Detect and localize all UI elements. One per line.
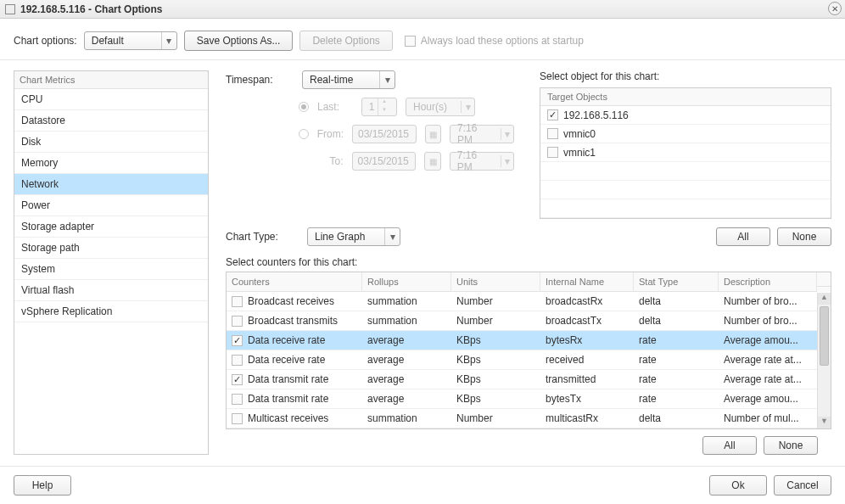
checkbox-icon[interactable] [232, 355, 243, 366]
checkbox-icon[interactable] [232, 316, 243, 327]
counter-rollup: average [362, 350, 451, 370]
counters-none-button[interactable]: None [764, 436, 818, 455]
counter-units: Number [451, 409, 540, 428]
counter-internal: received [540, 350, 634, 370]
checkbox-icon[interactable] [232, 413, 243, 424]
metric-item-memory[interactable]: Memory [14, 153, 208, 174]
counter-internal: transmitted [540, 370, 634, 389]
col-internal[interactable]: Internal Name [540, 272, 634, 292]
target-objects-header: Target Objects [540, 88, 831, 106]
metric-item-virtual-flash[interactable]: Virtual flash [14, 280, 208, 301]
scroll-up-icon[interactable]: ▲ [818, 293, 831, 305]
cancel-button[interactable]: Cancel [774, 475, 831, 496]
counter-row[interactable]: Data receive rateaverageKBpsreceivedrate… [227, 350, 831, 370]
counter-stat: rate [634, 370, 719, 389]
counter-name: Multicast receives [248, 412, 328, 424]
always-load-checkbox[interactable]: Always load these options at startup [405, 35, 584, 47]
counter-stat: rate [634, 350, 719, 370]
chart-options-label: Chart options: [14, 35, 77, 47]
chart-type-select[interactable]: Line Graph ▾ [307, 227, 400, 246]
empty-row [540, 199, 831, 218]
chart-options-select[interactable]: Default ▾ [84, 31, 177, 50]
chart-metrics-header: Chart Metrics [14, 71, 208, 89]
counter-units: KBps [451, 350, 540, 370]
counter-internal: bytesRx [540, 331, 634, 350]
col-rollups[interactable]: Rollups [362, 272, 451, 292]
options-toolbar: Chart options: Default ▾ Save Options As… [0, 19, 845, 60]
checkbox-icon[interactable] [232, 394, 243, 405]
ok-button[interactable]: Ok [709, 475, 767, 496]
empty-row [540, 181, 831, 199]
counter-row[interactable]: Broadcast transmitssummationNumberbroadc… [227, 311, 831, 331]
objects-none-button[interactable]: None [777, 227, 831, 246]
counter-internal: bytesTx [540, 389, 634, 409]
metric-item-network[interactable]: Network [14, 174, 208, 195]
help-button[interactable]: Help [14, 475, 71, 496]
save-options-as-button[interactable]: Save Options As... [184, 31, 294, 51]
counter-name: Broadcast receives [248, 295, 334, 307]
counter-stat: delta [634, 311, 719, 331]
counter-row[interactable]: Data transmit rateaverageKBpsbytesTxrate… [227, 389, 831, 409]
checkbox-icon[interactable] [232, 335, 243, 346]
to-label: To: [317, 155, 344, 167]
counter-row[interactable]: Multicast receivessummationNumbermultica… [227, 409, 831, 428]
target-object-row[interactable]: 192.168.5.116 [540, 106, 831, 125]
target-object-row[interactable]: vmnic0 [540, 125, 831, 143]
col-stat[interactable]: Stat Type [634, 272, 719, 292]
calendar-icon: ▦ [424, 152, 440, 171]
metric-item-system[interactable]: System [14, 259, 208, 280]
counter-name: Broadcast transmits [248, 315, 338, 327]
timespan-select[interactable]: Real-time ▾ [302, 70, 395, 89]
counter-desc: Average amou... [719, 331, 817, 350]
counter-rollup: summation [362, 292, 451, 311]
counter-desc: Average rate at... [719, 370, 817, 389]
col-description[interactable]: Description [719, 272, 817, 292]
counter-desc: Number of mul... [719, 409, 817, 428]
scroll-thumb[interactable] [820, 306, 829, 366]
metric-item-storage-path[interactable]: Storage path [14, 238, 208, 259]
last-value-input: 1 ▲▼ [361, 98, 397, 116]
checkbox-icon[interactable] [232, 374, 243, 385]
radio-from [299, 129, 309, 139]
calendar-icon: ▦ [425, 125, 441, 143]
col-counters[interactable]: Counters [227, 272, 362, 292]
counter-name: Data receive rate [248, 334, 325, 346]
counter-row[interactable]: Broadcast receivessummationNumberbroadca… [227, 292, 831, 311]
col-units[interactable]: Units [451, 272, 540, 292]
checkbox-icon[interactable] [547, 109, 558, 120]
checkbox-icon[interactable] [232, 296, 243, 307]
metric-item-disk[interactable]: Disk [14, 132, 208, 153]
counter-units: Number [451, 311, 540, 331]
counters-all-button[interactable]: All [702, 436, 757, 455]
close-button[interactable]: ✕ [828, 2, 842, 15]
counter-name: Data transmit rate [248, 373, 328, 385]
objects-all-button[interactable]: All [716, 227, 770, 246]
window-icon [5, 4, 15, 14]
counter-rollup: summation [362, 409, 451, 428]
counter-stat: delta [634, 292, 719, 311]
checkbox-icon[interactable] [547, 147, 558, 158]
counter-row[interactable]: Data receive rateaverageKBpsbytesRxrateA… [227, 331, 831, 350]
metric-item-datastore[interactable]: Datastore [14, 110, 208, 132]
target-object-label: vmnic0 [563, 128, 596, 140]
dialog-footer: Help Ok Cancel [0, 466, 845, 504]
to-date-input: 03/15/2015 [352, 152, 417, 171]
empty-row [540, 162, 831, 181]
metric-item-power[interactable]: Power [14, 195, 208, 216]
counters-scrollbar[interactable]: ▲ ▼ [817, 293, 831, 428]
counter-row[interactable]: Data transmit rateaverageKBpstransmitted… [227, 370, 831, 389]
metric-item-vsphere-replication[interactable]: vSphere Replication [14, 301, 208, 322]
metric-item-storage-adapter[interactable]: Storage adapter [14, 216, 208, 238]
from-label: From: [317, 128, 344, 140]
checkbox-icon[interactable] [547, 128, 558, 139]
target-object-row[interactable]: vmnic1 [540, 143, 831, 162]
metric-item-cpu[interactable]: CPU [14, 89, 208, 110]
counter-rollup: summation [362, 311, 451, 331]
counter-units: KBps [451, 331, 540, 350]
counter-desc: Number of bro... [719, 292, 817, 311]
window-title: 192.168.5.116 - Chart Options [20, 3, 162, 15]
counter-units: KBps [451, 370, 540, 389]
last-unit-select: Hour(s) ▾ [406, 98, 475, 116]
scroll-down-icon[interactable]: ▼ [818, 417, 831, 428]
delete-options-button: Delete Options [299, 31, 392, 51]
